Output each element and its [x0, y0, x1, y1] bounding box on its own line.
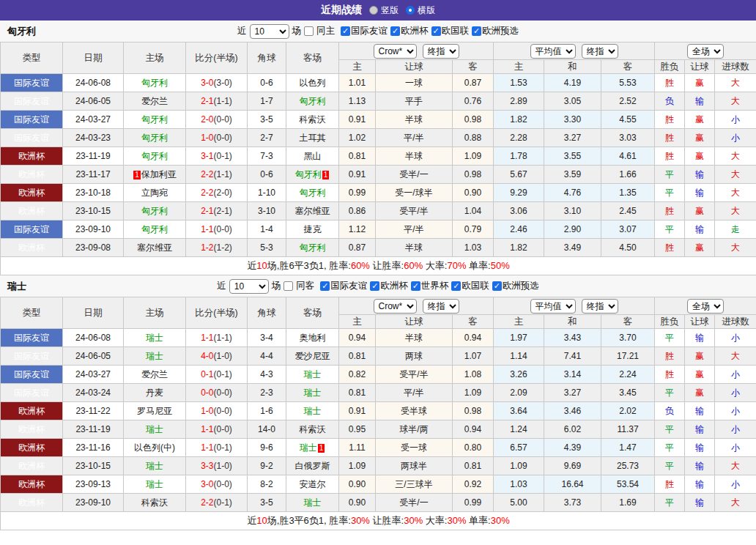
away-team[interactable]: 瑞士 [304, 369, 322, 379]
home-team[interactable]: 匈牙利 [141, 114, 168, 125]
competition-filter: ✓欧国联 [431, 25, 470, 37]
home-team[interactable]: 瑞士 [146, 479, 163, 489]
asian-away-odds: 0.94 [453, 420, 494, 439]
home-team[interactable]: 以色列(中) [134, 442, 175, 453]
home-team[interactable]: 爱尔兰 [141, 96, 168, 106]
away-team[interactable]: 白俄罗斯 [295, 461, 330, 471]
away-team[interactable]: 匈牙利 [300, 242, 326, 253]
asian-home-odds: 1.01 [339, 74, 376, 92]
asian-final-select[interactable]: 终指 [423, 299, 459, 314]
away-team[interactable]: 爱沙尼亚 [295, 351, 330, 361]
asian-away-odds: 0.92 [453, 475, 494, 494]
home-team[interactable]: 立陶宛 [141, 188, 168, 198]
table-row: 欧洲杯23-11-22罗马尼亚1-0(0-0)1-6瑞士0.91受半球0.983… [1, 402, 756, 420]
average-select[interactable]: 平均值 [530, 299, 576, 314]
match-count-select[interactable]: 10 [229, 279, 269, 294]
competition-checkbox[interactable]: ✓ [370, 281, 379, 291]
away-team[interactable]: 黑山 [304, 151, 322, 161]
away-team[interactable]: 科索沃 [300, 424, 326, 434]
competition-checkbox[interactable]: ✓ [472, 26, 481, 36]
competition-checkbox[interactable]: ✓ [411, 281, 420, 291]
asian-final-select[interactable]: 终指 [423, 44, 459, 59]
home-team[interactable]: 匈牙利 [141, 133, 168, 143]
euro-final-select[interactable]: 终指 [582, 44, 618, 59]
result-handicap: 赢 [685, 239, 715, 257]
home-team[interactable]: 爱尔兰 [141, 369, 168, 379]
competition-badge: 欧洲杯 [1, 239, 63, 257]
away-team[interactable]: 瑞士 [304, 388, 322, 398]
away-team[interactable]: 瑞士 [304, 406, 322, 416]
home-team[interactable]: 匈牙利 [141, 151, 168, 161]
average-select[interactable]: 平均值 [530, 44, 576, 59]
match-date: 24-03-27 [63, 111, 124, 129]
corner-count: 8-2 [248, 475, 286, 494]
asian-away-odds: 0.98 [453, 166, 494, 184]
home-team[interactable]: 匈牙利 [141, 206, 168, 216]
away-team[interactable]: 匈牙利 [295, 169, 322, 179]
result-handicap: 输 [685, 420, 715, 439]
away-team[interactable]: 匈牙利 [300, 188, 326, 198]
bookmaker-select[interactable]: Crow* [374, 299, 417, 314]
score-cell: 1-1(1-1) [186, 329, 248, 347]
competition-badge: 国际友谊 [1, 329, 63, 347]
home-team[interactable]: 瑞士 [146, 333, 163, 343]
home-team[interactable]: 保加利亚 [141, 169, 177, 179]
away-team[interactable]: 奥地利 [300, 333, 326, 343]
summary-segment: 60% [404, 260, 423, 271]
same-away-checkbox[interactable] [284, 281, 293, 291]
home-team[interactable]: 瑞士 [146, 424, 163, 434]
scope-select[interactable]: 全场 [687, 299, 724, 314]
home-team[interactable]: 瑞士 [146, 461, 163, 471]
home-team-cell: 瑞士 [124, 457, 186, 475]
home-team[interactable]: 匈牙利 [141, 78, 168, 88]
layout-option-vertical[interactable]: 竖版 [369, 4, 399, 17]
result-group: 全场 [655, 42, 756, 60]
competition-checkbox[interactable]: ✓ [320, 281, 330, 291]
away-team[interactable]: 瑞士 [304, 497, 322, 508]
away-team[interactable]: 安道尔 [300, 479, 326, 489]
scope-select[interactable]: 全场 [687, 44, 724, 59]
page-title: 近期战绩 [321, 4, 362, 17]
result-outcome: 平 [655, 329, 685, 347]
match-count-select[interactable]: 10 [250, 24, 289, 39]
asian-home-odds: 0.87 [339, 239, 376, 257]
home-team[interactable]: 塞尔维亚 [137, 242, 172, 253]
subcol-asian-home: 主 [339, 315, 376, 329]
result-goals: 小 [715, 420, 756, 439]
away-team[interactable]: 土耳其 [300, 133, 326, 143]
away-team[interactable]: 塞尔维亚 [295, 206, 330, 216]
competition-checkbox[interactable]: ✓ [451, 281, 461, 291]
team-filter-bar: 瑞士 近 10 场 同客 ✓国际友谊✓欧洲杯✓世界杯✓欧国联✓欧洲预选 [0, 275, 756, 297]
same-home-checkbox[interactable] [304, 26, 314, 36]
hungary-section: 匈牙利 近 10 场 同主 ✓国际友谊✓欧洲杯✓欧国联✓欧洲预选 类型 日期 主… [0, 21, 756, 275]
asian-away-odds: 1.09 [453, 384, 494, 402]
euro-odds-group: 平均值 终指 [494, 42, 655, 60]
euro-home-odds: 2.09 [494, 384, 544, 402]
competition-checkbox[interactable]: ✓ [390, 26, 400, 36]
title-bar: 近期战绩 竖版 横版 [0, 0, 756, 21]
home-team[interactable]: 匈牙利 [141, 224, 168, 234]
away-team[interactable]: 捷克 [304, 224, 322, 234]
home-team[interactable]: 罗马尼亚 [137, 406, 172, 416]
competition-badge: 国际友谊 [1, 74, 63, 92]
layout-option-horizontal[interactable]: 横版 [406, 4, 435, 17]
away-team[interactable]: 以色列 [300, 78, 326, 88]
match-date: 23-11-17 [63, 166, 124, 184]
euro-final-select[interactable]: 终指 [582, 299, 618, 314]
home-team[interactable]: 丹麦 [146, 388, 163, 398]
away-team[interactable]: 匈牙利 [300, 96, 326, 106]
home-team[interactable]: 科索沃 [141, 497, 168, 508]
competition-checkbox[interactable]: ✓ [341, 26, 350, 36]
table-row: 欧洲杯23-10-15匈牙利2-1(2-1)3-10塞尔维亚0.86受平/半1.… [1, 202, 756, 220]
euro-away-odds: 25.73 [601, 457, 655, 475]
away-team[interactable]: 科索沃 [300, 114, 326, 125]
away-team[interactable]: 瑞士 [300, 442, 317, 453]
col-header-score: 比分(半场) [186, 297, 248, 329]
bookmaker-select[interactable]: Crow* [374, 44, 417, 59]
competition-checkbox[interactable]: ✓ [431, 26, 441, 36]
result-handicap: 输 [685, 220, 715, 239]
asian-away-odds: 0.88 [453, 129, 494, 147]
home-team[interactable]: 瑞士 [146, 351, 163, 361]
competition-checkbox[interactable]: ✓ [492, 281, 502, 291]
asian-away-odds: 1.09 [453, 147, 494, 166]
